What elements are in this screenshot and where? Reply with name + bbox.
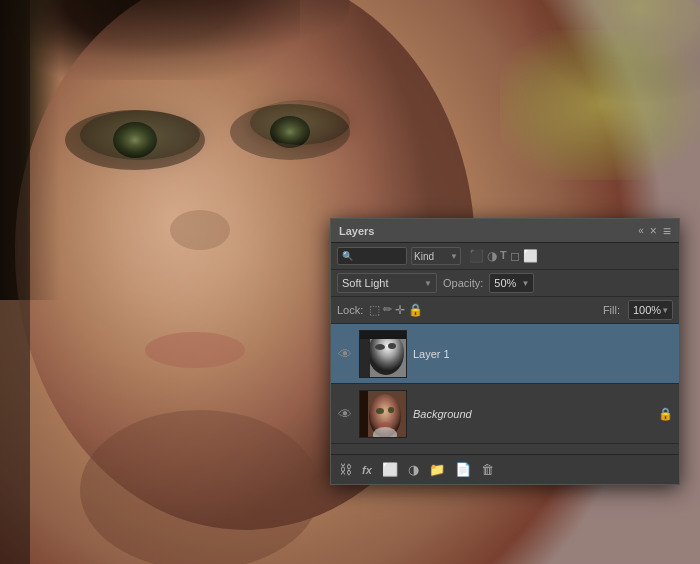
fill-dropdown-arrow: ▼ bbox=[661, 306, 669, 315]
adjustment-layer-icon[interactable]: ◑ bbox=[408, 462, 419, 477]
blend-opacity-row: Soft Light ▼ Opacity: 50% ▼ bbox=[331, 270, 679, 297]
new-layer-icon[interactable]: 📄 bbox=[455, 462, 471, 477]
lock-paint-icon[interactable]: ✏ bbox=[383, 303, 392, 317]
blend-mode-dropdown[interactable]: Soft Light ▼ bbox=[337, 273, 437, 293]
svg-point-8 bbox=[145, 332, 245, 368]
smart-filter-icon[interactable]: ⬜ bbox=[523, 249, 538, 263]
svg-rect-22 bbox=[360, 391, 368, 438]
layer-item-layer1[interactable]: 👁 bbox=[331, 324, 679, 384]
shape-filter-icon[interactable]: ◻ bbox=[510, 249, 520, 263]
svg-point-13 bbox=[375, 344, 385, 350]
panel-header-controls: « × ≡ bbox=[638, 223, 671, 239]
fill-input[interactable]: 100% ▼ bbox=[628, 300, 673, 320]
svg-point-10 bbox=[80, 410, 320, 564]
panel-menu-icon[interactable]: ≡ bbox=[663, 223, 671, 239]
lock-all-icon[interactable]: 🔒 bbox=[408, 303, 423, 317]
background-layer-name: Background bbox=[413, 408, 652, 420]
opacity-value: 50% bbox=[494, 277, 516, 289]
blend-dropdown-arrow: ▼ bbox=[424, 279, 432, 288]
panel-header: Layers « × ≡ bbox=[331, 219, 679, 243]
kind-label: Kind bbox=[414, 251, 434, 262]
trash-icon[interactable]: 🗑 bbox=[481, 462, 494, 477]
lock-label: Lock: bbox=[337, 304, 363, 316]
layer1-thumb-svg bbox=[360, 331, 407, 378]
background-thumbnail bbox=[359, 390, 407, 438]
fill-label: Fill: bbox=[603, 304, 620, 316]
toolbar-icons-group: ⛓ fx ⬜ ◑ 📁 📄 🗑 bbox=[339, 462, 494, 477]
opacity-label: Opacity: bbox=[443, 277, 483, 289]
svg-point-5 bbox=[270, 116, 310, 148]
svg-point-14 bbox=[388, 343, 396, 349]
opacity-dropdown-arrow: ▼ bbox=[521, 279, 529, 288]
add-mask-icon[interactable]: ⬜ bbox=[382, 462, 398, 477]
panel-title: Layers bbox=[339, 225, 374, 237]
svg-point-19 bbox=[376, 408, 384, 414]
background-visibility-toggle[interactable]: 👁 bbox=[337, 406, 353, 422]
layer1-visibility-toggle[interactable]: 👁 bbox=[337, 346, 353, 362]
svg-point-20 bbox=[388, 407, 394, 413]
lock-position-icon[interactable]: ✛ bbox=[395, 303, 405, 317]
layer1-name: Layer 1 bbox=[413, 348, 673, 360]
svg-point-7 bbox=[170, 210, 230, 250]
fx-icon[interactable]: fx bbox=[362, 464, 372, 476]
type-filter-icon[interactable]: T bbox=[500, 249, 507, 263]
svg-rect-16 bbox=[360, 331, 407, 339]
layers-list: 👁 bbox=[331, 324, 679, 454]
lock-icons-group: ⬚ ✏ ✛ 🔒 bbox=[369, 303, 423, 317]
svg-point-6 bbox=[430, 0, 700, 200]
group-icon[interactable]: 📁 bbox=[429, 462, 445, 477]
search-box[interactable]: 🔍 bbox=[337, 247, 407, 265]
collapse-arrows[interactable]: « bbox=[638, 225, 644, 236]
layers-panel: Layers « × ≡ 🔍 Kind ▼ ⬛ ◑ T ◻ ⬜ Soft Lig… bbox=[330, 218, 680, 485]
lock-fill-row: Lock: ⬚ ✏ ✛ 🔒 Fill: 100% ▼ bbox=[331, 297, 679, 324]
image-filter-icon[interactable]: ⬛ bbox=[469, 249, 484, 263]
layer-item-background[interactable]: 👁 bbox=[331, 384, 679, 444]
layer1-thumbnail bbox=[359, 330, 407, 378]
fill-value: 100% bbox=[633, 304, 661, 316]
close-button[interactable]: × bbox=[650, 224, 657, 238]
lock-transparent-icon[interactable]: ⬚ bbox=[369, 303, 380, 317]
search-icon: 🔍 bbox=[342, 251, 353, 261]
opacity-input[interactable]: 50% ▼ bbox=[489, 273, 534, 293]
panel-toolbar: ⛓ fx ⬜ ◑ 📁 📄 🗑 bbox=[331, 454, 679, 484]
svg-rect-9 bbox=[0, 0, 30, 564]
background-lock-icon: 🔒 bbox=[658, 407, 673, 421]
svg-point-4 bbox=[113, 122, 157, 158]
link-icon[interactable]: ⛓ bbox=[339, 462, 352, 477]
kind-dropdown-arrow: ▼ bbox=[450, 252, 458, 261]
adjustment-filter-icon[interactable]: ◑ bbox=[487, 249, 497, 263]
kind-dropdown[interactable]: Kind ▼ bbox=[411, 247, 461, 265]
filter-icons-group: ⬛ ◑ T ◻ ⬜ bbox=[469, 249, 538, 263]
blend-mode-value: Soft Light bbox=[342, 277, 388, 289]
filter-bar: 🔍 Kind ▼ ⬛ ◑ T ◻ ⬜ bbox=[331, 243, 679, 270]
bg-thumb-svg bbox=[360, 391, 407, 438]
